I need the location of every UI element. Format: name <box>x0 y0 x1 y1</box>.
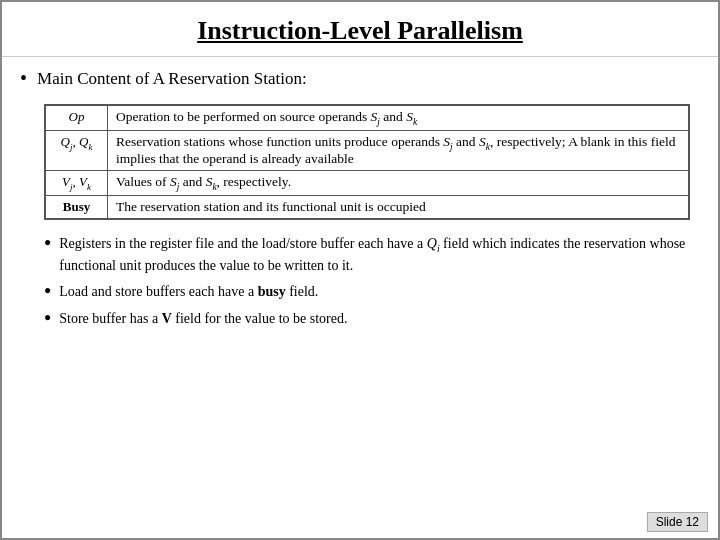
sub-bullet-2: ● Load and store buffers each have a bus… <box>44 282 690 302</box>
slide-container: Instruction-Level Parallelism • Main Con… <box>0 0 720 540</box>
reservation-station-table: Op Operation to be performed on source o… <box>44 104 690 220</box>
sub-bullet-3: ● Store buffer has a V field for the val… <box>44 309 690 329</box>
table-cell-busy-label: Busy <box>46 196 108 219</box>
table-cell-vjvk-label: Vj, Vk <box>46 171 108 196</box>
slide-body: • Main Content of A Reservation Station:… <box>2 57 718 538</box>
main-bullet-dot: • <box>20 67 27 90</box>
table-cell-qjqk-label: Qj, Qk <box>46 130 108 171</box>
sub-bullet-1: ● Registers in the register file and the… <box>44 234 690 275</box>
sub-bullet-dot-1: ● <box>44 235 51 250</box>
main-bullet: • Main Content of A Reservation Station: <box>20 69 690 90</box>
sub-bullet-dot-2: ● <box>44 283 51 298</box>
table-cell-qjqk-desc: Reservation stations whose function unit… <box>108 130 689 171</box>
table-cell-busy-desc: The reservation station and its function… <box>108 196 689 219</box>
sub-bullet-text-1: Registers in the register file and the l… <box>59 234 690 275</box>
table-cell-op-label: Op <box>46 106 108 131</box>
table-cell-vjvk-desc: Values of Sj and Sk, respectively. <box>108 171 689 196</box>
sub-bullets: ● Registers in the register file and the… <box>44 234 690 335</box>
table-cell-op-desc: Operation to be performed on source oper… <box>108 106 689 131</box>
table-row: Vj, Vk Values of Sj and Sk, respectively… <box>46 171 689 196</box>
main-bullet-text: Main Content of A Reservation Station: <box>37 69 307 89</box>
table-row: Op Operation to be performed on source o… <box>46 106 689 131</box>
slide-title: Instruction-Level Parallelism <box>2 2 718 57</box>
table-row: Busy The reservation station and its fun… <box>46 196 689 219</box>
slide-number: Slide 12 <box>647 512 708 532</box>
table: Op Operation to be performed on source o… <box>45 105 689 219</box>
sub-bullet-text-3: Store buffer has a V field for the value… <box>59 309 347 329</box>
sub-bullet-text-2: Load and store buffers each have a busy … <box>59 282 318 302</box>
sub-bullet-dot-3: ● <box>44 310 51 325</box>
table-row: Qj, Qk Reservation stations whose functi… <box>46 130 689 171</box>
